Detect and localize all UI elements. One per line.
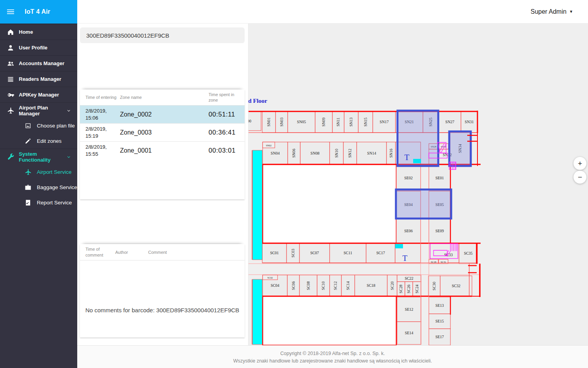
map-room-label: SE06 [404,229,413,233]
map-room-label: SC32 [452,284,460,288]
plane-icon [24,168,32,176]
report-icon [24,199,32,206]
map-hall [263,164,396,243]
zone-highlight[interactable] [449,131,471,166]
sidebar-item-label: Report Service [37,200,72,206]
map-room-label: SE12 [405,307,414,312]
sidebar-item-label: Edit zones [37,138,62,144]
sidebar: IoT 4 Air HomeUser ProfileAccounts Manag… [0,0,77,368]
map-t-label: T [405,153,410,162]
map-room-label: SN09 [321,118,326,127]
map-cyan-bar [252,279,262,344]
map-cyan-marker [395,244,403,248]
hamburger-menu-icon[interactable] [6,7,15,16]
pencil-icon [24,137,32,145]
sidebar-menu: HomeUser ProfileAccounts ManagerReaders … [0,24,77,368]
map-room-label: SN08 [310,151,319,155]
map-room-label: SE15 [436,319,444,323]
zone-highlight[interactable] [397,111,438,166]
sidebar-item-label: Baggage Service [37,184,77,190]
zone-entry-time: 2/8/2019, 15:55 [80,144,119,157]
user-menu-label: Super Admin [530,8,566,15]
footer: Copyright © 2018-2019 Alfa-net Sp. z o.o… [77,345,588,368]
map-room-label: SC14 [346,281,350,290]
sidebar-item-label: Airport Service [37,169,72,175]
map-cyan-marker [413,159,421,163]
map-room-label: SC17 [376,251,385,255]
map-room-label: SN06 [292,149,296,158]
sidebar-item-label: Home [19,29,33,35]
zoom-in-button[interactable]: + [573,157,586,170]
map-room-label: SE14 [405,331,414,335]
map-room-label: SC07 [310,251,319,255]
zone-row-zone-0001[interactable]: 2/8/2019, 15:55Zone_000100:03:01 [80,141,245,159]
map-room-label: SE09 [436,229,444,233]
map-room-label: SN02 [266,144,271,147]
map-room-label: SN03 [279,118,284,127]
map-room-label: SC26 [407,284,411,293]
map-room-label: SC30 [432,282,436,290]
sidebar-item-airport-plan-manager[interactable]: Airport Plan Manager [0,102,77,118]
people-icon [7,60,15,67]
zones-table: Time of entering Zone name Time spent in… [80,89,245,199]
zone-row-zone-0002[interactable]: 2/8/2019, 15:06Zone_000200:51:11 [80,105,245,123]
map-room-label: SE13 [436,303,444,308]
sidebar-item-user-profile[interactable]: User Profile [0,40,77,55]
person-icon [7,44,15,52]
map-room-label: SC20 [390,281,394,290]
main-column: Super Admin ▼ 300ED89F33500040012EF9CB T… [77,0,588,368]
sidebar-item-label: User Profile [19,45,47,51]
sidebar-item-readers-manager[interactable]: Readers Manager [0,71,77,87]
sidebar-item-system-functionality[interactable]: System Functionality [0,149,77,164]
map-room-label: SE01 [436,176,444,180]
sidebar-item-report-service[interactable]: Report Service [0,195,77,210]
sidebar-item-accounts-manager[interactable]: Accounts Manager [0,55,77,71]
sidebar-item-label: Readers Manager [19,76,61,82]
user-menu-button[interactable]: Super Admin ▼ [530,8,573,15]
zoom-out-button[interactable]: − [573,171,586,184]
sidebar-item-edit-zones[interactable]: Edit zones [0,133,77,149]
map-room-label: SN12 [348,149,352,158]
left-panel: 300ED89F33500040012EF9CB Time of enterin… [77,24,248,345]
barcode-field[interactable]: 300ED89F33500040012EF9CB [80,27,245,43]
map-room-label: SN01 [267,118,271,127]
zone-time-spent: 00:36:41 [209,128,245,137]
map-room-label: SC03 [291,249,295,257]
map-room-label: SE17 [436,335,444,339]
zone-row-zone-0003[interactable]: 2/8/2019, 15:19Zone_000300:36:41 [80,123,245,141]
zones-table-body: 2/8/2019, 15:06Zone_000200:51:112/8/2019… [80,105,245,159]
sidebar-item-home[interactable]: Home [0,24,77,40]
col-header-time-spent: Time spent in zone [209,92,245,103]
zone-highlight[interactable] [396,189,451,219]
map-room-label: SC24 [415,284,419,293]
plane-icon [7,107,15,115]
floor-plan-svg[interactable]: 00SN01SN03SN05SN09SN11SN13SN15SN17SN21SN… [249,24,588,345]
sidebar-item-apikey-manager[interactable]: APIKey Manager [0,87,77,102]
sidebar-item-label: Accounts Manager [19,60,64,66]
map-room-label: SC04 [270,283,279,288]
map-room-label: SN31 [465,120,474,124]
zone-entry-time: 2/8/2019, 15:06 [80,107,119,121]
image-icon [24,122,32,129]
floor-title: d Floor [249,97,267,104]
map-room-label: SN05 [297,120,306,124]
map-room-label: SC12 [333,281,338,290]
map-room-label: SC01 [270,251,279,255]
sidebar-item-airport-service[interactable]: Airport Service [0,164,77,180]
map-room-label: SN17 [380,120,389,124]
map-room-label: SC10 [321,281,325,290]
sidebar-item-baggage-service[interactable]: Baggage Service [0,180,77,195]
col-header-time-of-entering: Time of entering [80,95,119,100]
sidebar-item-choose-plan-file[interactable]: Choose plan file [0,118,77,133]
map-t-label: T [403,253,408,263]
map-room-label: 00 [249,119,251,123]
app-title: IoT 4 Air [25,8,50,15]
zone-name: Zone_0003 [119,129,209,136]
no-comments-message: No comments for barcode: 300ED89F3350004… [80,307,245,313]
key-icon [7,91,15,99]
map-room-label: SN16 [389,149,393,158]
footer-trademark-notice: Wszystkie znaki handlowe lub zarejestrow… [77,357,588,365]
map-room-label: SN11 [336,118,340,126]
chevron-down-icon [66,154,72,160]
floor-plan-area[interactable]: 00SN01SN03SN05SN09SN11SN13SN15SN17SN21SN… [248,24,588,345]
